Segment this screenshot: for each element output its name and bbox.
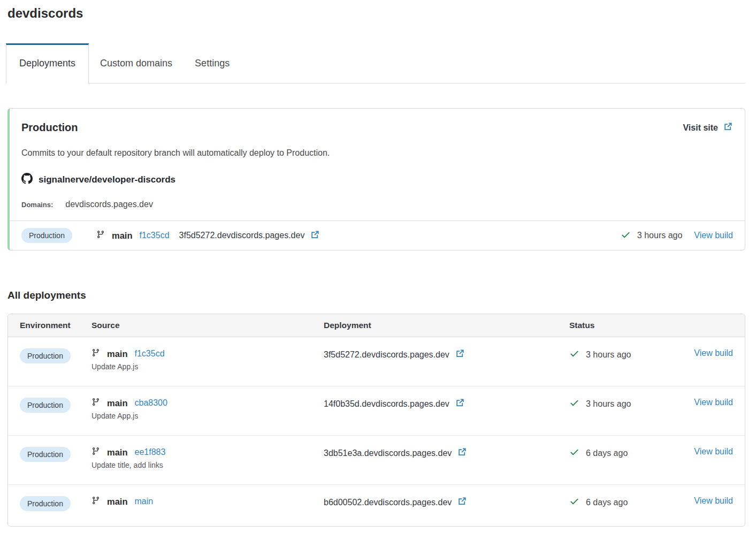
deployment-url: b6d00502.devdiscords.pages.dev — [324, 498, 452, 507]
table-body: Production main f1c35cd Update App.js 3f… — [8, 337, 745, 526]
visit-site-label: Visit site — [683, 123, 718, 133]
check-icon — [621, 230, 631, 242]
page-title: devdiscords — [7, 0, 745, 21]
external-link-icon[interactable] — [310, 230, 320, 242]
branch-name: main — [107, 447, 128, 458]
column-header-deployment: Deployment — [324, 321, 569, 330]
view-build-link[interactable]: View build — [694, 231, 733, 240]
view-build-link[interactable]: View build — [694, 496, 733, 506]
check-icon — [569, 447, 579, 459]
view-build-link[interactable]: View build — [694, 348, 733, 358]
pages-project-page: devdiscords Deployments Custom domains S… — [0, 0, 756, 555]
column-header-source: Source — [91, 321, 324, 330]
external-link-icon[interactable] — [457, 496, 467, 508]
production-card-body: Production Visit site Commits to your de… — [10, 109, 745, 221]
git-branch-icon — [96, 230, 105, 241]
check-icon — [569, 496, 579, 508]
domains-value: devdiscords.pages.dev — [65, 200, 153, 209]
repo-name: signalnerve/developer-discords — [39, 174, 175, 185]
deployment-url: 14f0b35d.devdiscords.pages.dev — [324, 399, 449, 409]
commit-link[interactable]: ee1f883 — [135, 447, 166, 457]
deployment-url: 3f5d5272.devdiscords.pages.dev — [324, 350, 449, 360]
deployment-url: 3db51e3a.devdiscords.pages.dev — [324, 448, 452, 458]
tab-custom-domains[interactable]: Custom domains — [89, 44, 184, 83]
git-branch-icon — [91, 398, 100, 408]
commit-message: Update title, add links — [91, 461, 324, 469]
status-time: 3 hours ago — [637, 231, 683, 240]
all-deployments-title: All deployments — [7, 290, 745, 301]
commit-link[interactable]: main — [135, 497, 154, 506]
external-link-icon[interactable] — [455, 348, 465, 361]
github-icon — [21, 173, 33, 186]
deployment-row: Production main ee1f883 Update title, ad… — [8, 436, 745, 485]
status-time: 3 hours ago — [586, 350, 631, 360]
visit-site-link[interactable]: Visit site — [683, 121, 733, 134]
git-branch-icon — [91, 447, 100, 458]
status-time: 3 hours ago — [586, 399, 631, 409]
deployment-row: Production main f1c35cd Update App.js 3f… — [8, 337, 745, 386]
git-branch-icon — [91, 348, 100, 359]
table-header-row: Environment Source Deployment Status — [8, 314, 745, 337]
column-header-environment: Environment — [20, 321, 91, 330]
environment-badge: Production — [20, 447, 71, 462]
check-icon — [569, 398, 579, 410]
commit-link[interactable]: cba8300 — [135, 398, 167, 408]
production-card: Production Visit site Commits to your de… — [7, 108, 745, 250]
deployment-url: 3f5d5272.devdiscords.pages.dev — [179, 231, 305, 240]
production-card-title: Production — [21, 121, 78, 134]
status-time: 6 days ago — [586, 498, 628, 507]
environment-badge: Production — [20, 398, 71, 413]
branch-name: main — [107, 349, 128, 359]
git-branch-icon — [91, 496, 100, 507]
domains-label: Domains: — [21, 201, 53, 209]
production-deployment-row: Production main f1c35cd 3f5d5272.devdisc… — [10, 221, 745, 250]
commit-link[interactable]: f1c35cd — [140, 231, 170, 240]
branch-name: main — [107, 398, 128, 408]
environment-badge: Production — [21, 228, 72, 243]
environment-badge: Production — [20, 496, 71, 511]
deployment-row: Production main main b6d00502.devdiscord… — [8, 485, 745, 526]
deployments-table: Environment Source Deployment Status Pro… — [7, 314, 745, 527]
column-header-status: Status — [569, 321, 733, 330]
external-link-icon[interactable] — [457, 447, 467, 459]
view-build-link[interactable]: View build — [694, 398, 733, 407]
external-link-icon[interactable] — [455, 398, 465, 410]
tab-deployments[interactable]: Deployments — [6, 43, 89, 83]
external-link-icon — [723, 121, 733, 134]
commit-message: Update App.js — [91, 362, 324, 371]
tab-settings[interactable]: Settings — [184, 44, 241, 83]
environment-badge: Production — [20, 348, 71, 363]
branch-name: main — [112, 231, 133, 241]
status-time: 6 days ago — [586, 448, 628, 458]
view-build-link[interactable]: View build — [694, 447, 733, 457]
production-description: Commits to your default repository branc… — [21, 148, 733, 158]
commit-link[interactable]: f1c35cd — [135, 349, 165, 359]
deployment-row: Production main cba8300 Update App.js 14… — [8, 386, 745, 436]
commit-message: Update App.js — [91, 412, 324, 420]
branch-name: main — [107, 497, 128, 507]
tab-bar: Deployments Custom domains Settings — [7, 43, 745, 83]
check-icon — [569, 348, 579, 361]
